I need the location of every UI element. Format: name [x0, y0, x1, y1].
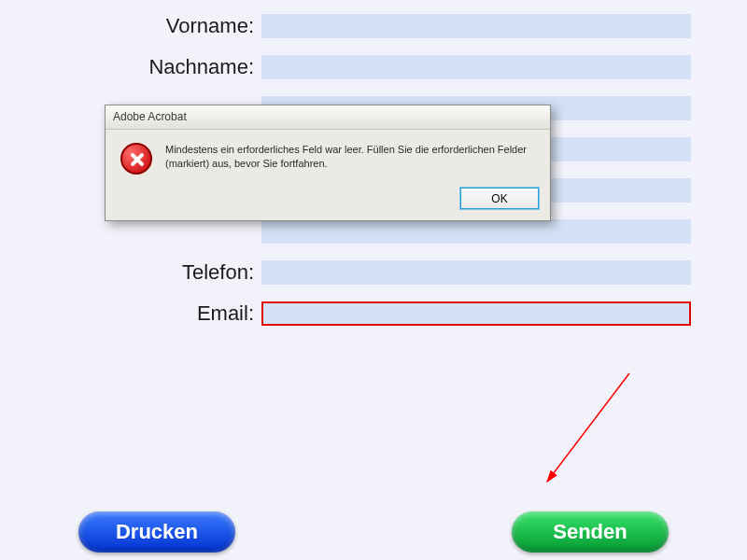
- svg-line-0: [547, 373, 629, 482]
- input-telefon[interactable]: [261, 260, 691, 285]
- label-vorname: Vorname:: [0, 14, 261, 38]
- error-icon: [120, 143, 152, 175]
- input-vorname[interactable]: [261, 14, 691, 38]
- label-email: Email:: [0, 301, 261, 326]
- input-email[interactable]: [261, 301, 691, 326]
- send-button[interactable]: Senden: [512, 511, 669, 553]
- error-dialog: Adobe Acrobat Mindestens ein erforderlic…: [105, 105, 551, 221]
- input-nachname[interactable]: [261, 55, 691, 79]
- label-nachname: Nachname:: [0, 55, 261, 79]
- print-button[interactable]: Drucken: [78, 511, 235, 553]
- label-telefon: Telefon:: [0, 260, 261, 285]
- ok-button[interactable]: OK: [460, 188, 539, 209]
- dialog-message: Mindestens ein erforderliches Feld war l…: [165, 143, 535, 175]
- input-row6[interactable]: [261, 219, 691, 244]
- dialog-title: Adobe Acrobat: [106, 105, 550, 130]
- annotation-arrow-icon: [534, 370, 637, 491]
